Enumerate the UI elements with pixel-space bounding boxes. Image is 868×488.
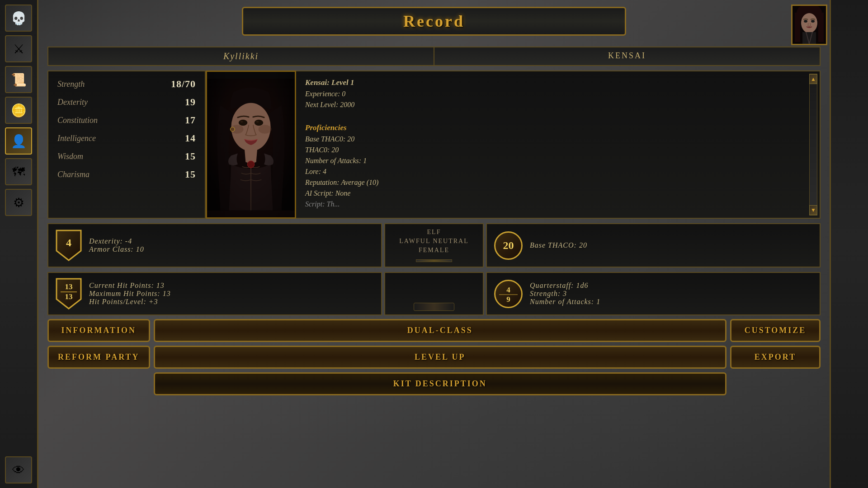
weapon-attacks-label: Number of Attacks: 1 xyxy=(530,298,600,306)
current-hp-label: Current Hit Points: 13 xyxy=(89,282,171,290)
scroll-up-arrow[interactable]: ▲ xyxy=(809,74,817,84)
constitution-label: Constitution xyxy=(57,116,98,125)
center-buttons: DUAL-CLASS LEVEL UP KIT DESCRIPTION xyxy=(154,319,726,395)
character-portrait xyxy=(206,70,296,219)
wisdom-row: Wisdom 15 xyxy=(57,150,196,162)
portrait-image xyxy=(207,72,295,217)
svg-point-12 xyxy=(258,125,271,133)
info-scrollbar[interactable]: ▲ ▼ xyxy=(809,74,817,216)
thaco-panel: 20 Base THACO: 20 xyxy=(486,223,821,267)
weapon-strength-label: Strength: 3 xyxy=(530,290,600,298)
weapon-badge-container: 4 9 xyxy=(494,279,523,309)
small-widget xyxy=(414,303,454,311)
hp-shield-svg: 13 13 xyxy=(55,277,82,310)
info-experience: Experience: 0 xyxy=(305,90,811,98)
wisdom-label: Wisdom xyxy=(57,152,83,161)
alignment-label: LAWFUL NEUTRAL xyxy=(399,238,469,245)
dexterity-value: 19 xyxy=(185,96,196,108)
info-script: Script: Th... xyxy=(305,200,811,208)
svg-point-16 xyxy=(256,121,259,123)
info-lore: Lore: 4 xyxy=(305,168,811,176)
gender-label: FEMALE xyxy=(419,247,449,254)
sidebar-icon-map[interactable]: 🗺 xyxy=(5,158,32,185)
sidebar-icon-eye[interactable]: 👁 xyxy=(5,456,32,483)
sidebar-icon-portrait[interactable]: 👤 xyxy=(5,127,32,155)
weapon-badge-svg: 4 9 xyxy=(494,279,523,309)
info-next-level: Next Level: 2000 xyxy=(305,101,811,109)
sidebar-icon-coins[interactable]: 🪙 xyxy=(5,97,32,124)
constitution-value: 17 xyxy=(185,114,196,126)
thaco-badge-container: 20 xyxy=(494,231,523,260)
svg-point-15 xyxy=(241,121,243,123)
weapon-name-label: Quarterstaff: 1d6 xyxy=(530,282,600,290)
dexterity-row: Dexterity 19 xyxy=(57,96,196,108)
thaco-badge-svg: 20 xyxy=(494,231,523,260)
svg-text:4: 4 xyxy=(66,237,71,249)
dexterity-mod-label: Dexterity: -4 xyxy=(89,237,144,245)
center-bottom-panel xyxy=(384,272,484,315)
scroll-down-arrow[interactable]: ▼ xyxy=(809,205,817,215)
ac-info: Dexterity: -4 Armor Class: 10 xyxy=(89,237,144,253)
level-up-button[interactable]: LEVEL UP xyxy=(154,346,726,369)
weapon-panel: 4 9 Quarterstaff: 1d6 Strength: 3 Number… xyxy=(486,272,821,315)
charisma-label: Charisma xyxy=(57,170,90,179)
bottom-stats: 4 Dexterity: -4 Armor Class: 10 ELF LAWF… xyxy=(47,223,821,267)
info-num-attacks: Number of Attacks: 1 xyxy=(305,157,811,165)
right-sidebar xyxy=(830,0,868,488)
thaco-info: Base THACO: 20 xyxy=(530,241,587,249)
strength-row: Strength 18/70 xyxy=(57,78,196,90)
buttons-area: INFORMATION REFORM PARTY DUAL-CLASS LEVE… xyxy=(47,319,821,395)
stats-area: Strength 18/70 Dexterity 19 Constitution… xyxy=(47,70,821,219)
name-bar: Kyllikki KENSAI xyxy=(47,47,821,66)
info-reputation: Reputation: Average (10) xyxy=(305,178,811,187)
intelligence-label: Intelligence xyxy=(57,134,96,143)
character-portrait-svg xyxy=(207,77,295,212)
svg-text:13: 13 xyxy=(65,292,73,301)
info-kensai-level: Kensai: Level 1 xyxy=(305,78,811,87)
intelligence-row: Intelligence 14 xyxy=(57,132,196,144)
information-button[interactable]: INFORMATION xyxy=(47,319,150,342)
svg-point-19 xyxy=(247,161,255,168)
ac-badge-container: 4 xyxy=(55,229,82,262)
charisma-value: 15 xyxy=(185,169,196,180)
info-proficiencies: Proficiencies xyxy=(305,123,811,132)
info-panel: Kensai: Level 1 Experience: 0 Next Level… xyxy=(296,70,821,219)
main-content: Record Kyllikki KENSAI Strength 18/70 De… xyxy=(38,0,830,488)
race-label: ELF xyxy=(427,229,441,236)
sidebar-icon-gear[interactable]: ⚙ xyxy=(5,189,32,216)
customize-button[interactable]: CUSTOMIZE xyxy=(730,319,821,342)
page-title: Record xyxy=(403,12,465,30)
ac-panel: 4 Dexterity: -4 Armor Class: 10 xyxy=(47,223,382,267)
svg-point-13 xyxy=(239,120,247,126)
svg-point-14 xyxy=(255,120,263,126)
ac-shield-svg: 4 xyxy=(55,229,82,262)
info-base-thac0: Base THAC0: 20 xyxy=(305,135,811,143)
armor-class-label: Armor Class: 10 xyxy=(89,245,144,253)
sidebar-icon-sword[interactable]: ⚔ xyxy=(5,35,32,62)
hp-panel: 13 13 Current Hit Points: 13 Maximum Hit… xyxy=(47,272,382,315)
svg-text:4: 4 xyxy=(506,286,510,294)
ability-scores-panel: Strength 18/70 Dexterity 19 Constitution… xyxy=(47,70,206,219)
kit-description-button[interactable]: KIT DESCRIPTION xyxy=(154,372,726,395)
svg-text:13: 13 xyxy=(65,282,73,291)
strength-label: Strength xyxy=(57,80,85,89)
export-button[interactable]: EXPORT xyxy=(730,346,821,369)
info-thac0: THAC0: 20 xyxy=(305,146,811,154)
dual-class-button[interactable]: DUAL-CLASS xyxy=(154,319,726,342)
constitution-row: Constitution 17 xyxy=(57,114,196,126)
title-bar: Record xyxy=(242,7,626,36)
hp-per-level-label: Hit Points/Level: +3 xyxy=(89,298,171,306)
dexterity-label: Dexterity xyxy=(57,98,88,107)
right-buttons: CUSTOMIZE EXPORT xyxy=(730,319,821,369)
left-buttons: INFORMATION REFORM PARTY xyxy=(47,319,150,369)
sidebar-icon-skull[interactable]: 💀 xyxy=(5,5,32,32)
hp-info: Current Hit Points: 13 Maximum Hit Point… xyxy=(89,282,171,306)
reform-party-button[interactable]: REFORM PARTY xyxy=(47,346,150,369)
strength-value: 18/70 xyxy=(171,78,196,90)
sidebar-icon-scroll[interactable]: 📜 xyxy=(5,66,32,93)
svg-point-17 xyxy=(230,127,235,131)
svg-text:20: 20 xyxy=(503,239,514,251)
left-sidebar: 💀 ⚔ 📜 🪙 👤 🗺 ⚙ 👁 xyxy=(0,0,38,488)
wisdom-value: 15 xyxy=(185,150,196,162)
info-ai-script: AI Script: None xyxy=(305,189,811,197)
